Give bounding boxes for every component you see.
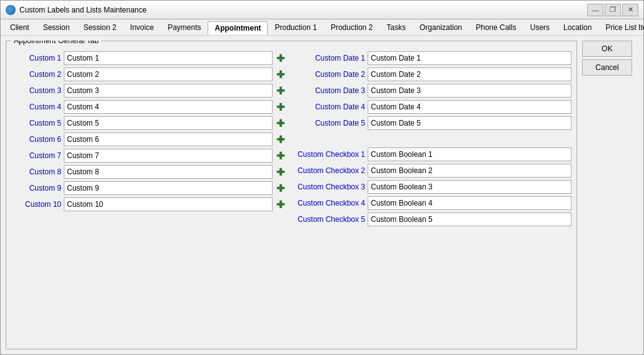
content-area: Appointment General Tab Custom 1✚Custom …	[1, 36, 643, 354]
right-checkbox-field-input-1[interactable]	[368, 148, 571, 161]
left-field-input-wrapper-8: ✚	[64, 165, 286, 179]
right-date-field-input-4[interactable]	[368, 100, 571, 114]
right-date-field-row-3: Custom Date 3	[296, 84, 571, 98]
right-checkbox-field-row-3: Custom Checkbox 3	[296, 180, 571, 194]
left-add-button-4[interactable]: ✚	[274, 101, 286, 113]
left-field-input-wrapper-7: ✚	[64, 149, 286, 162]
right-date-field-label-3: Custom Date 3	[296, 86, 365, 95]
tab-price-list-item[interactable]: Price List Item	[598, 21, 644, 34]
right-date-field-input-wrapper-2	[368, 68, 571, 81]
left-field-input-3[interactable]	[64, 84, 273, 98]
right-fields-column: Custom Date 1Custom Date 2Custom Date 3C…	[296, 51, 571, 344]
tab-production-2[interactable]: Production 2	[324, 21, 380, 34]
tab-organization[interactable]: Organization	[413, 21, 469, 34]
right-checkbox-field-input-wrapper-3	[368, 180, 571, 194]
left-field-input-10[interactable]	[64, 198, 273, 211]
side-panel: OK Cancel	[582, 41, 638, 349]
close-button[interactable]: ✕	[622, 4, 638, 16]
right-date-field-label-1: Custom Date 1	[296, 54, 365, 62]
left-add-button-2[interactable]: ✚	[274, 68, 286, 81]
left-field-input-wrapper-6: ✚	[64, 132, 286, 146]
left-add-button-5[interactable]: ✚	[274, 117, 286, 129]
left-field-row-7: Custom 7✚	[11, 149, 286, 162]
left-field-label-3: Custom 3	[11, 86, 61, 95]
right-checkbox-field-input-wrapper-1	[368, 148, 571, 161]
left-field-label-5: Custom 5	[11, 119, 61, 128]
group-box-title: Appointment General Tab	[11, 41, 101, 45]
right-checkbox-field-label-4: Custom Checkbox 4	[296, 199, 365, 208]
left-fields-column: Custom 1✚Custom 2✚Custom 3✚Custom 4✚Cust…	[11, 51, 286, 344]
cancel-button[interactable]: Cancel	[582, 59, 632, 76]
left-add-button-1[interactable]: ✚	[274, 52, 286, 64]
appointment-general-tab-group: Appointment General Tab Custom 1✚Custom …	[6, 41, 577, 349]
left-field-label-6: Custom 6	[11, 135, 61, 144]
title-bar-controls: — ❐ ✕	[587, 4, 638, 16]
left-add-button-9[interactable]: ✚	[274, 182, 286, 194]
minimize-button[interactable]: —	[587, 4, 603, 16]
tab-production-1[interactable]: Production 1	[268, 21, 323, 34]
tab-appointment[interactable]: Appointment	[208, 21, 268, 35]
right-checkbox-field-input-wrapper-5	[368, 212, 571, 226]
right-checkbox-field-label-5: Custom Checkbox 5	[296, 215, 365, 224]
left-field-label-4: Custom 4	[11, 102, 61, 111]
right-checkbox-field-input-5[interactable]	[368, 212, 571, 226]
tab-payments[interactable]: Payments	[161, 21, 208, 34]
tab-users[interactable]: Users	[523, 21, 556, 34]
tab-invoice[interactable]: Invoice	[123, 21, 161, 34]
left-field-input-2[interactable]	[64, 68, 273, 81]
right-date-field-row-2: Custom Date 2	[296, 68, 571, 81]
fields-container: Custom 1✚Custom 2✚Custom 3✚Custom 4✚Cust…	[11, 51, 571, 344]
right-checkbox-field-label-1: Custom Checkbox 1	[296, 150, 365, 159]
right-date-field-input-1[interactable]	[368, 51, 571, 65]
right-date-field-row-1: Custom Date 1	[296, 51, 571, 65]
right-checkbox-field-row-5: Custom Checkbox 5	[296, 212, 571, 226]
right-date-field-input-3[interactable]	[368, 84, 571, 98]
tab-tasks[interactable]: Tasks	[380, 21, 413, 34]
left-field-row-8: Custom 8✚	[11, 165, 286, 179]
title-bar-left: Custom Labels and Lists Maintenance	[6, 5, 146, 15]
left-field-label-7: Custom 7	[11, 151, 61, 160]
tab-session-2[interactable]: Session 2	[76, 21, 123, 34]
left-field-label-2: Custom 2	[11, 70, 61, 79]
left-field-input-1[interactable]	[64, 51, 273, 65]
left-field-input-wrapper-1: ✚	[64, 51, 286, 65]
right-date-field-row-5: Custom Date 5	[296, 116, 571, 130]
right-checkbox-field-input-wrapper-4	[368, 196, 571, 210]
left-field-input-wrapper-5: ✚	[64, 116, 286, 130]
left-field-input-6[interactable]	[64, 132, 273, 146]
tab-location[interactable]: Location	[556, 21, 598, 34]
left-field-input-7[interactable]	[64, 149, 273, 162]
left-add-button-10[interactable]: ✚	[274, 198, 286, 211]
left-field-row-1: Custom 1✚	[11, 51, 286, 65]
left-add-button-7[interactable]: ✚	[274, 149, 286, 162]
maximize-button[interactable]: ❐	[605, 4, 621, 16]
left-field-label-1: Custom 1	[11, 54, 61, 62]
right-date-field-input-2[interactable]	[368, 68, 571, 81]
right-checkbox-field-input-3[interactable]	[368, 180, 571, 194]
left-field-input-5[interactable]	[64, 116, 273, 130]
left-field-row-2: Custom 2✚	[11, 68, 286, 81]
right-date-field-input-wrapper-3	[368, 84, 571, 98]
left-field-input-9[interactable]	[64, 181, 273, 195]
tab-phone-calls[interactable]: Phone Calls	[469, 21, 523, 34]
tab-session[interactable]: Session	[36, 21, 77, 34]
left-field-input-8[interactable]	[64, 165, 273, 179]
spacer	[296, 132, 571, 145]
ok-button[interactable]: OK	[582, 41, 632, 57]
right-checkbox-field-input-4[interactable]	[368, 196, 571, 210]
right-checkbox-field-input-wrapper-2	[368, 164, 571, 178]
left-add-button-8[interactable]: ✚	[274, 166, 286, 178]
right-date-field-input-wrapper-5	[368, 116, 571, 130]
right-date-field-label-2: Custom Date 2	[296, 70, 365, 79]
right-date-field-label-5: Custom Date 5	[296, 119, 365, 128]
left-add-button-3[interactable]: ✚	[274, 84, 286, 97]
title-bar: Custom Labels and Lists Maintenance — ❐ …	[1, 1, 643, 19]
right-date-field-input-wrapper-4	[368, 100, 571, 114]
left-field-row-5: Custom 5✚	[11, 116, 286, 130]
tab-client[interactable]: Client	[3, 21, 36, 34]
left-add-button-6[interactable]: ✚	[274, 133, 286, 146]
right-checkbox-field-input-2[interactable]	[368, 164, 571, 178]
right-date-field-input-5[interactable]	[368, 116, 571, 130]
app-icon	[6, 5, 16, 15]
left-field-input-4[interactable]	[64, 100, 273, 114]
